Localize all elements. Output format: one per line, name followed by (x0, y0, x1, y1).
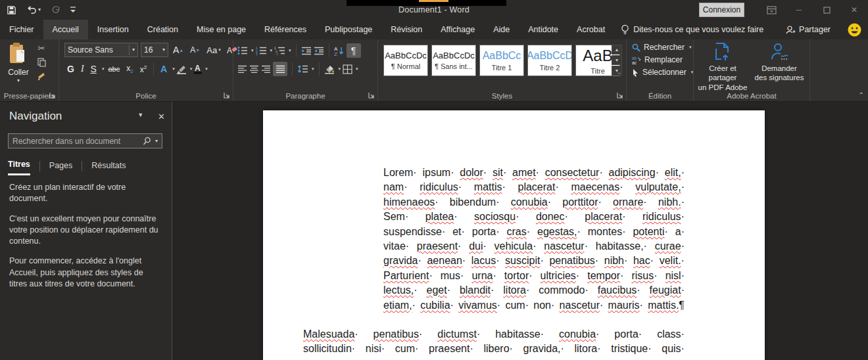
multilevel-list-button[interactable]: 1ai (274, 46, 285, 55)
align-center-button[interactable] (249, 65, 259, 74)
tab-accueil[interactable]: Accueil (43, 20, 88, 39)
navigation-pane-menu-caret[interactable]: ▼ (137, 112, 143, 122)
increase-indent-button[interactable] (314, 47, 324, 55)
text-effects-caret[interactable]: ▾ (172, 66, 175, 72)
connexion-button[interactable]: Connexion (699, 3, 744, 17)
tab-création[interactable]: Création (138, 20, 187, 39)
tab-publipostage[interactable]: Publipostage (316, 20, 381, 39)
italic-button[interactable]: I (78, 64, 87, 74)
align-left-button[interactable] (237, 65, 247, 74)
style-card--sans-int-[interactable]: AaBbCcDc¶ Sans int... (431, 45, 476, 76)
tab-acrobat[interactable]: Acrobat (567, 20, 614, 39)
tab-mise-en-page[interactable]: Mise en page (187, 20, 255, 39)
font-name-combo[interactable]: Source Sans ▾ (64, 43, 138, 57)
document-page[interactable]: Lorem·ipsum·dolor·sit·amet·consectetur·a… (263, 110, 765, 360)
grow-font-button[interactable]: A▲ (171, 45, 185, 55)
style-card--normal[interactable]: AaBbCcDc¶ Normal (383, 45, 428, 76)
navtab-résultats[interactable]: Résultats (91, 158, 126, 175)
feedback-smiley-icon[interactable] (848, 23, 861, 37)
maximize-button[interactable] (813, 0, 840, 20)
change-case-button[interactable]: Aa▾ (205, 45, 222, 55)
underline-button[interactable]: S (88, 64, 99, 74)
svg-text:i: i (277, 52, 277, 55)
navtab-pages[interactable]: Pages (49, 158, 72, 175)
navigation-pane-close-icon[interactable]: ✕ (158, 112, 165, 122)
numbering-button[interactable]: 123 (256, 46, 267, 55)
ribbon-display-options-button[interactable] (758, 0, 785, 20)
styles-scroll-up-button[interactable]: ▲ (612, 45, 622, 55)
text-effects-button[interactable]: A (158, 64, 170, 74)
font-size-caret: ▾ (162, 47, 165, 53)
clipboard-dialog-launcher[interactable] (49, 91, 57, 99)
borders-caret[interactable]: ▾ (356, 66, 358, 72)
tab-fichier[interactable]: Fichier (0, 20, 43, 39)
paste-button[interactable]: Coller ▾ (4, 42, 33, 92)
tab-insertion[interactable]: Insertion (88, 20, 138, 39)
font-size-combo[interactable]: 16 ▾ (141, 43, 168, 57)
collapse-ribbon-button[interactable]: ⌃ (859, 91, 864, 99)
sort-button[interactable]: AZ (334, 46, 345, 56)
styles-scroll-down-button[interactable]: ▼ (612, 55, 622, 65)
numbering-caret[interactable]: ▾ (270, 48, 273, 53)
line-spacing-caret[interactable]: ▾ (312, 66, 314, 72)
document-line: vitae·praesent·dui·vehicula·nascetur·hab… (383, 240, 685, 255)
shading-caret[interactable]: ▾ (339, 66, 341, 72)
word-token: porta· (614, 328, 642, 340)
shrink-font-button[interactable]: A▼ (188, 45, 202, 55)
navigation-search-icon[interactable] (143, 137, 151, 145)
multilevel-list-caret[interactable]: ▾ (289, 48, 291, 53)
bold-button[interactable]: G (64, 64, 77, 74)
styles-more-button[interactable]: ▼̲ (612, 66, 622, 76)
share-label: Partager (799, 25, 831, 34)
highlight-caret[interactable]: ▾ (190, 66, 193, 72)
font-color-caret[interactable]: ▾ (205, 66, 208, 72)
bullets-caret[interactable]: ▾ (251, 48, 254, 53)
font-dialog-launcher[interactable] (223, 91, 231, 99)
copy-icon[interactable] (37, 58, 46, 67)
cut-icon[interactable]: ✂ (37, 43, 46, 53)
navigation-help-paragraph: Créez un plan interactif de votre docume… (9, 182, 162, 205)
word-token: himenaeos· (383, 196, 439, 208)
style-card-titre-1[interactable]: AaBbCcTitre 1 (479, 45, 524, 76)
document-text[interactable]: Lorem·ipsum·dolor·sit·amet·consectetur·a… (263, 167, 765, 360)
align-right-button[interactable] (261, 65, 271, 74)
line-spacing-button[interactable] (297, 64, 308, 74)
strikethrough-button[interactable]: abc (105, 65, 122, 73)
share-button[interactable]: Partager (785, 25, 831, 35)
navtab-titres[interactable]: Titres (8, 157, 30, 175)
create-pdf-button[interactable]: Créer et partager un PDF Adobe (695, 42, 750, 92)
font-color-button[interactable]: A (193, 64, 203, 74)
format-painter-icon[interactable] (37, 72, 46, 81)
styles-dialog-launcher[interactable] (616, 91, 624, 99)
paste-dropdown-caret[interactable]: ▾ (17, 78, 20, 83)
subscript-button[interactable]: x2 (124, 64, 135, 74)
minimize-button[interactable]: ─ (785, 0, 813, 20)
tab-révision[interactable]: Révision (381, 20, 431, 39)
justify-button[interactable] (273, 62, 287, 76)
request-signatures-button[interactable]: Demander des signatures (752, 42, 807, 83)
navigation-search-box[interactable]: Rechercher dans un document ▾ (8, 133, 162, 148)
borders-button[interactable] (343, 64, 352, 74)
underline-caret[interactable]: ▾ (102, 66, 105, 72)
close-button[interactable]: ✕ (840, 0, 868, 20)
superscript-button[interactable]: x2 (137, 64, 149, 74)
select-button[interactable]: Sélectionner▾ (632, 68, 693, 77)
tab-références[interactable]: Références (255, 20, 316, 39)
tab-affichage[interactable]: Affichage (431, 20, 484, 39)
word-token: nascetur· (560, 300, 604, 311)
tab-antidote[interactable]: Antidote (519, 20, 567, 39)
word-token: dui· (469, 240, 487, 252)
tab-aide[interactable]: Aide (484, 20, 519, 39)
font-name-caret: ▾ (132, 47, 135, 53)
navigation-search-caret[interactable]: ▾ (155, 139, 158, 144)
highlight-button[interactable] (176, 64, 187, 74)
tell-me-box[interactable]: Dites-nous ce que vous voulez faire (614, 20, 770, 39)
decrease-indent-button[interactable] (301, 47, 312, 55)
replace-button[interactable]: abac Remplacer (632, 55, 693, 64)
style-card-titre-2[interactable]: AaBbCcDTitre 2 (527, 45, 572, 76)
show-formatting-marks-button[interactable]: ¶ (347, 43, 361, 58)
find-button[interactable]: Rechercher▾ (632, 43, 693, 52)
paragraph-dialog-launcher[interactable] (368, 91, 375, 99)
bullets-button[interactable] (237, 46, 248, 55)
shading-button[interactable] (324, 64, 335, 74)
